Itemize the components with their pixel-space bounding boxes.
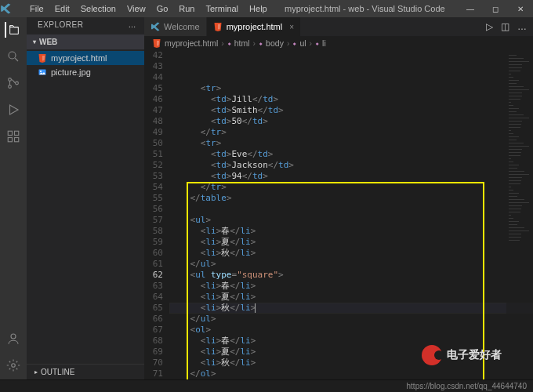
window-close-button[interactable]: ✕	[508, 0, 533, 17]
file-picture-jpg[interactable]: picture.jpg	[27, 65, 144, 79]
svg-point-8	[11, 334, 16, 339]
status-url: https://blog.csdn.net/qq_44644740	[407, 382, 527, 390]
code-line-49[interactable]: <td>Jackson</td>	[169, 160, 533, 171]
breadcrumb-sep: ›	[253, 38, 256, 48]
file-tree: myproject.htmlpicture.jpg	[27, 49, 144, 79]
code-line-54[interactable]: <ul>	[169, 215, 533, 226]
code-line-55[interactable]: <li>春</li>	[169, 226, 533, 237]
code-line-42[interactable]: <tr>	[169, 83, 533, 94]
search-icon[interactable]	[5, 49, 21, 64]
activity-bar	[0, 17, 27, 379]
html-file-icon	[38, 53, 47, 63]
code-line-43[interactable]: <td>Jill</td>	[169, 94, 533, 105]
code-line-68[interactable]: </ol>	[169, 368, 533, 379]
breadcrumb-node-icon: ⬥	[227, 39, 231, 47]
explorer-icon[interactable]	[5, 22, 20, 38]
code-line-63[interactable]: </ul>	[169, 314, 533, 325]
sidebar: EXPLORER … WEB myproject.htmlpicture.jpg…	[27, 17, 144, 379]
code-line-64[interactable]: <ol>	[169, 325, 533, 336]
code-line-59[interactable]: <ul type="square">	[169, 270, 533, 281]
editor-group: Welcomemyproject.html× ▷ ◫ … myproject.h…	[144, 17, 533, 379]
tab-welcome[interactable]: Welcome	[144, 17, 207, 36]
breadcrumb-myproject.html[interactable]: myproject.html	[165, 38, 218, 48]
breadcrumb-body[interactable]: body	[266, 38, 284, 48]
run-debug-icon[interactable]	[5, 102, 21, 118]
tab-close-icon[interactable]: ×	[289, 23, 294, 31]
vscode-icon	[150, 22, 160, 31]
menu-view[interactable]: View	[122, 4, 150, 13]
menu-edit[interactable]: Edit	[50, 4, 74, 13]
menu-run[interactable]: Run	[174, 4, 199, 13]
code-content[interactable]: <tr> <td>Jill</td> <td>Smith</td> <td>50…	[169, 50, 533, 379]
svg-rect-7	[15, 138, 19, 142]
breadcrumb-node-icon: ⬥	[259, 39, 263, 47]
sidebar-more-icon[interactable]: …	[129, 20, 137, 34]
sidebar-header: EXPLORER	[38, 20, 83, 34]
code-line-53[interactable]	[169, 204, 533, 215]
minimap[interactable]	[506, 50, 533, 379]
more-actions-icon[interactable]: …	[517, 21, 527, 32]
menu-selection[interactable]: Selection	[76, 4, 121, 13]
status-bar: https://blog.csdn.net/qq_44644740	[0, 379, 533, 392]
code-line-57[interactable]: <li>秋</li>	[169, 248, 533, 259]
breadcrumb-li[interactable]: li	[322, 38, 326, 48]
breadcrumb-node-icon: ⬥	[292, 39, 296, 47]
outline-section[interactable]: OUTLINE	[27, 364, 144, 379]
breadcrumb[interactable]: myproject.html›⬥html›⬥body›⬥ul›⬥li	[144, 36, 533, 50]
svg-point-0	[9, 52, 16, 59]
breadcrumb-ul[interactable]: ul	[299, 38, 306, 48]
html-file-icon	[152, 38, 161, 48]
code-line-48[interactable]: <td>Eve</td>	[169, 149, 533, 160]
run-button-icon[interactable]: ▷	[486, 21, 493, 32]
window-maximize-button[interactable]: ◻	[483, 0, 508, 17]
code-line-60[interactable]: <li>春</li>	[169, 281, 533, 292]
breadcrumb-sep: ›	[310, 38, 313, 48]
svg-point-9	[12, 364, 16, 368]
breadcrumb-node-icon: ⬥	[315, 39, 319, 47]
source-control-icon[interactable]	[5, 75, 21, 91]
svg-point-1	[9, 78, 12, 82]
settings-gear-icon[interactable]	[5, 358, 21, 373]
code-line-66[interactable]: <li>夏</li>	[169, 347, 533, 358]
menu-go[interactable]: Go	[152, 4, 173, 13]
code-editor[interactable]: 4243444546474849505152535455565758596061…	[144, 50, 533, 379]
extensions-icon[interactable]	[5, 129, 21, 144]
tab-myproject-html[interactable]: myproject.html×	[207, 17, 301, 36]
tab-actions: ▷ ◫ …	[486, 17, 533, 36]
breadcrumb-html[interactable]: html	[234, 38, 250, 48]
menu-bar: FileEditSelectionViewGoRunTerminalHelp	[25, 4, 272, 13]
svg-point-2	[9, 85, 12, 89]
tab-bar: Welcomemyproject.html× ▷ ◫ …	[144, 17, 533, 36]
img-file-icon	[38, 67, 47, 77]
titlebar: FileEditSelectionViewGoRunTerminalHelp m…	[0, 0, 533, 17]
code-line-56[interactable]: <li>夏</li>	[169, 237, 533, 248]
file-myproject-html[interactable]: myproject.html	[27, 51, 144, 65]
code-line-50[interactable]: <td>94</td>	[169, 171, 533, 182]
account-icon[interactable]	[5, 331, 21, 347]
svg-point-11	[40, 71, 42, 72]
svg-rect-6	[8, 138, 12, 142]
svg-rect-5	[15, 131, 19, 135]
line-gutter: 4243444546474849505152535455565758596061…	[144, 50, 169, 379]
window-title: myproject.html - web - Visual Studio Cod…	[272, 4, 458, 13]
sidebar-section-web[interactable]: WEB	[27, 34, 144, 49]
code-line-61[interactable]: <li>夏</li>	[169, 292, 533, 303]
html-icon	[213, 22, 223, 31]
code-line-44[interactable]: <td>Smith</td>	[169, 105, 533, 116]
code-line-67[interactable]: <li>秋</li>	[169, 358, 533, 368]
app-logo-icon	[0, 3, 22, 14]
code-line-45[interactable]: <td>50</td>	[169, 116, 533, 127]
code-line-47[interactable]: <tr>	[169, 138, 533, 149]
code-line-51[interactable]: </tr>	[169, 182, 533, 193]
code-line-65[interactable]: <li>春</li>	[169, 336, 533, 347]
code-line-62[interactable]: <li>秋</li>	[169, 303, 533, 314]
menu-file[interactable]: File	[25, 4, 49, 13]
menu-terminal[interactable]: Terminal	[201, 4, 244, 13]
code-line-46[interactable]: </tr>	[169, 127, 533, 138]
code-line-58[interactable]: </ul>	[169, 259, 533, 270]
code-line-52[interactable]: </table>	[169, 193, 533, 204]
window-minimize-button[interactable]: —	[458, 0, 483, 17]
split-editor-icon[interactable]: ◫	[501, 21, 509, 32]
breadcrumb-sep: ›	[221, 38, 224, 48]
menu-help[interactable]: Help	[245, 4, 272, 13]
